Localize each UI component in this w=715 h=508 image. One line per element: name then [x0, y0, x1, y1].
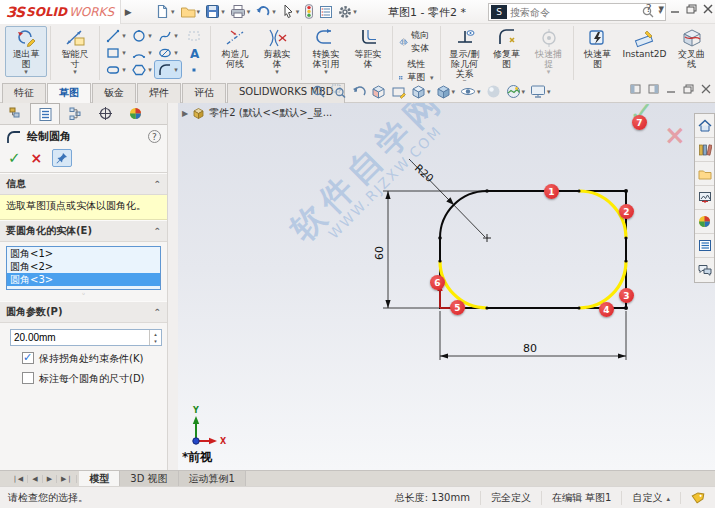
- list-item[interactable]: 圆角<2>: [7, 260, 160, 273]
- custom-properties-button[interactable]: [695, 234, 714, 258]
- repair-sketch-button[interactable]: 修复草 图: [486, 26, 528, 71]
- list-item[interactable]: 圆角<1>: [7, 247, 160, 260]
- restore-button[interactable]: [686, 4, 697, 14]
- open-document-button[interactable]: ▾: [178, 2, 203, 21]
- minimize-button[interactable]: [670, 4, 680, 14]
- doc-close-button[interactable]: [701, 84, 711, 94]
- previous-view-button[interactable]: [350, 83, 367, 100]
- convert-entities-button[interactable]: 转换实 体引用 ▾: [305, 26, 347, 77]
- view-orientation-button[interactable]: ▾: [410, 83, 432, 100]
- tab-motion-study[interactable]: 运动算例1: [179, 471, 246, 486]
- tab-evaluate[interactable]: 评估: [182, 83, 226, 103]
- message-section-header[interactable]: 信息 ⌃: [0, 173, 167, 195]
- tab-weldments[interactable]: 焊件: [137, 83, 181, 103]
- rapid-sketch-button[interactable]: 快速草 图: [577, 26, 619, 71]
- cancel-button[interactable]: ×: [31, 150, 43, 166]
- apply-scene-button[interactable]: ▾: [505, 83, 527, 100]
- resources-home-button[interactable]: [695, 114, 714, 138]
- text-tool[interactable]: A: [181, 44, 207, 61]
- ellipse-tool[interactable]: ▾: [155, 44, 181, 61]
- view-settings-button[interactable]: ▾: [529, 83, 552, 100]
- dimension-each-checkbox[interactable]: [22, 372, 34, 384]
- quick-snaps-button[interactable]: 快速捕 捉 ▾: [528, 26, 570, 77]
- undo-button[interactable]: ▾: [253, 2, 278, 21]
- property-manager-tab[interactable]: [30, 103, 60, 124]
- line-tool[interactable]: ▾: [103, 27, 129, 44]
- smart-dimension-button[interactable]: 智能尺 寸 ▾: [54, 26, 96, 77]
- listbox-resize-handle[interactable]: ◦: [0, 291, 167, 298]
- last-tab-button[interactable]: ▶❘: [57, 475, 77, 483]
- fillet-radius-input[interactable]: [11, 330, 149, 345]
- tab-sheet-metal[interactable]: 钣金: [92, 83, 136, 103]
- intersection-curve-button[interactable]: 交叉曲 线: [671, 26, 713, 71]
- spline-tool[interactable]: ▾: [155, 27, 181, 44]
- sketch-fillet-tool[interactable]: ▾: [155, 61, 181, 78]
- sketch-rectangle[interactable]: [440, 191, 626, 308]
- dimension-width[interactable]: 80: [440, 311, 626, 360]
- help-icon[interactable]: ?: [148, 130, 161, 143]
- edit-appearance-button[interactable]: [485, 83, 502, 100]
- fillet-preview-arcs[interactable]: [440, 191, 626, 308]
- prev-tab-button[interactable]: ◀: [28, 475, 42, 483]
- tab-3d-views[interactable]: 3D 视图: [120, 471, 178, 486]
- circle-tool[interactable]: ▾: [129, 27, 155, 44]
- list-item-selected[interactable]: 圆角<3>: [7, 273, 160, 286]
- print-button[interactable]: ▾: [228, 2, 253, 21]
- save-button[interactable]: ▾: [203, 2, 227, 21]
- polygon-tool[interactable]: ▾: [129, 61, 155, 78]
- ok-button[interactable]: ✓: [8, 149, 21, 167]
- instant2d-button[interactable]: Instant2D: [619, 26, 671, 61]
- select-button[interactable]: ▾: [279, 2, 302, 21]
- 3d-drawing-view-button[interactable]: [390, 83, 407, 100]
- file-properties-button[interactable]: [317, 3, 335, 21]
- doc-restore-button[interactable]: [683, 84, 694, 94]
- tab-model[interactable]: 模型: [79, 471, 120, 486]
- rebuild-button[interactable]: [302, 2, 316, 21]
- pin-button[interactable]: [52, 149, 72, 167]
- offset-entities-button[interactable]: 等距实 体: [347, 26, 389, 71]
- dimension-radius[interactable]: R20: [409, 159, 491, 242]
- help-button[interactable]: ?: [646, 2, 652, 15]
- section-view-button[interactable]: [370, 83, 387, 100]
- collapse-left-button[interactable]: [630, 84, 641, 94]
- tab-features[interactable]: 特征: [2, 83, 46, 103]
- close-button[interactable]: [703, 4, 713, 14]
- slot-tool[interactable]: ▾: [103, 61, 129, 78]
- mirror-entities-button[interactable]: 镜向实体: [396, 28, 437, 56]
- status-tag-button[interactable]: [680, 492, 715, 504]
- zoom-to-fit-button[interactable]: [310, 83, 327, 100]
- point-tool[interactable]: [181, 61, 207, 78]
- parameters-section-header[interactable]: 圆角参数(P) ⌃: [0, 301, 167, 323]
- dimxpert-manager-tab[interactable]: [90, 103, 120, 124]
- feature-manager-tab[interactable]: [0, 103, 30, 124]
- forum-button[interactable]: [695, 258, 714, 282]
- file-explorer-button[interactable]: [695, 162, 714, 186]
- hide-show-items-button[interactable]: ▾: [459, 83, 482, 100]
- zoom-to-area-button[interactable]: [330, 83, 347, 100]
- design-library-button[interactable]: [695, 138, 714, 162]
- trim-entities-button[interactable]: 剪裁实 体 ▾: [256, 26, 298, 77]
- sketch-picture-tool[interactable]: [181, 27, 207, 44]
- construction-geometry-button[interactable]: 构造几 何线: [214, 26, 256, 71]
- graphics-area[interactable]: 软件自学网 WWW.RJZXW.COM ▶ 零件2 (默认<<默认>_显... …: [178, 103, 715, 470]
- tab-sketch[interactable]: 草图: [47, 83, 91, 103]
- exit-sketch-button[interactable]: 退出草 图 ▾: [5, 26, 47, 77]
- search-input[interactable]: [510, 7, 641, 18]
- new-document-button[interactable]: ▾: [153, 2, 177, 21]
- dimension-height[interactable]: 60: [373, 191, 487, 308]
- configuration-manager-tab[interactable]: [60, 103, 90, 124]
- first-tab-button[interactable]: ❘◀: [8, 475, 28, 483]
- status-customize[interactable]: 自定义▴: [621, 491, 680, 505]
- entities-section-header[interactable]: 要圆角化的实体(E) ⌃: [0, 220, 167, 242]
- arc-tool[interactable]: ▾: [129, 44, 155, 61]
- display-manager-tab[interactable]: [120, 103, 150, 124]
- options-button[interactable]: ▾: [336, 3, 359, 21]
- spinner-down-icon[interactable]: ▾: [150, 338, 161, 346]
- appearances-scenes-button[interactable]: [695, 210, 714, 234]
- display-style-button[interactable]: ▾: [435, 83, 457, 100]
- spinner-up-icon[interactable]: ▴: [150, 330, 161, 338]
- keep-corner-checkbox[interactable]: [22, 352, 34, 364]
- help-caret-icon[interactable]: ▾: [658, 2, 664, 15]
- view-palette-button[interactable]: [695, 186, 714, 210]
- fillet-entities-listbox[interactable]: 圆角<1> 圆角<2> 圆角<3>: [6, 246, 161, 290]
